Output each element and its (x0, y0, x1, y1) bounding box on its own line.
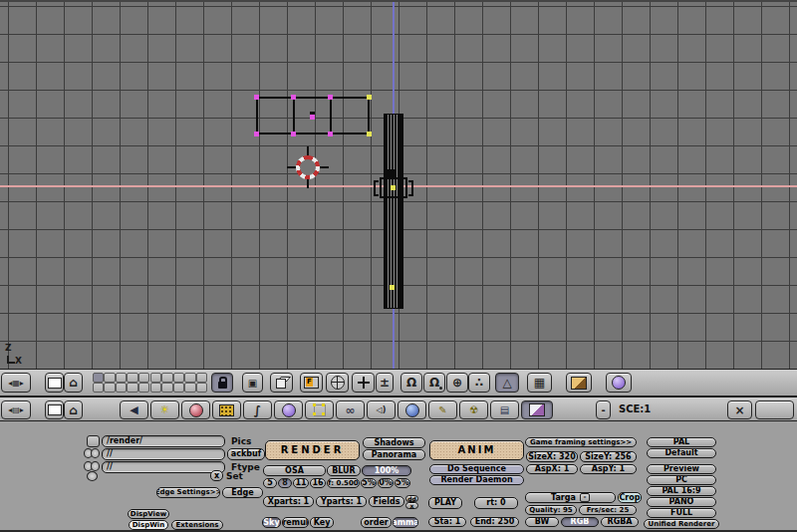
panorama-button[interactable]: Panorama (363, 449, 425, 460)
rt-field[interactable]: rt: 0 (474, 497, 518, 509)
draw-mode-button[interactable] (270, 373, 293, 393)
border-button[interactable]: order (361, 517, 392, 528)
layer-20[interactable] (196, 383, 207, 393)
scene-buttons-tab[interactable] (398, 400, 426, 419)
backbuf-path-field[interactable]: // (102, 448, 225, 460)
render-daemon-button[interactable]: Render Daemon (429, 475, 524, 485)
layer-2[interactable] (104, 373, 115, 383)
set-clear-button[interactable]: x (210, 470, 223, 481)
layer-3[interactable] (116, 373, 127, 383)
format-dropdown[interactable]: Targa - (525, 492, 616, 503)
window-type-button[interactable]: ◂▤▸ (1, 400, 31, 419)
vertex[interactable] (291, 132, 296, 136)
fullscreen-button[interactable] (45, 400, 64, 419)
shadows-button[interactable]: Shadows (363, 437, 425, 448)
lamp-buttons-tab[interactable]: ☀ (150, 400, 179, 419)
view-buttons-tab[interactable]: ◀ (120, 400, 148, 419)
edge-button[interactable]: Edge (222, 487, 263, 498)
render-size-100-button[interactable]: 100% (362, 465, 411, 476)
rgb-button[interactable]: RGB (561, 517, 599, 527)
osa-5-button[interactable]: 5 (263, 478, 277, 488)
layer-7[interactable] (161, 373, 172, 383)
aspx-field[interactable]: AspX: 1 (526, 464, 578, 474)
blur-button[interactable]: BLUR (327, 465, 361, 476)
vertex[interactable] (254, 95, 259, 100)
rotate-center-button[interactable]: Ω (423, 373, 445, 393)
end-field[interactable]: End: 250 (470, 517, 519, 527)
layer-19[interactable] (184, 383, 195, 393)
fields-odd-button[interactable]: dd (405, 495, 418, 502)
sta-field[interactable]: Sta: 1 (428, 517, 466, 527)
fields-x-button[interactable]: x (405, 502, 418, 509)
xparts-field[interactable]: Xparts: 1 (263, 496, 314, 507)
gamma-button[interactable]: amma (393, 517, 418, 528)
backbuf-toggle-2[interactable] (91, 448, 100, 458)
vertex-selected[interactable] (390, 285, 395, 290)
script-buttons-tab[interactable]: ▤ (490, 400, 519, 419)
home-button[interactable]: ⌂ (64, 400, 83, 419)
layer-14[interactable] (127, 383, 137, 393)
sizey-field[interactable]: SizeY: 256 (580, 451, 637, 462)
layer-12[interactable] (104, 383, 115, 393)
layer-5[interactable] (138, 373, 149, 383)
backbuf-button[interactable]: ackbuf (227, 448, 265, 460)
material-buttons-tab[interactable] (181, 400, 210, 419)
rgba-button[interactable]: RGBA (601, 517, 639, 527)
edge-settings-button[interactable]: Edge Settings>> (156, 487, 220, 498)
render-preview-button[interactable] (566, 373, 592, 393)
shaded-sphere-button[interactable] (326, 373, 349, 393)
home-button[interactable]: ⌂ (64, 373, 83, 393)
osa-8-button[interactable]: 8 (278, 478, 292, 488)
preset-full-button[interactable]: FULL (647, 508, 716, 518)
focal-field[interactable]: f: 0.500 (327, 478, 360, 488)
sky-button[interactable]: Sky (262, 517, 281, 528)
vertex-selected[interactable] (367, 95, 372, 100)
column-object-wireframe[interactable] (384, 114, 403, 309)
layer-4[interactable] (127, 373, 137, 383)
preset-pc-button[interactable]: PC (647, 475, 716, 485)
vertex-selected[interactable] (391, 185, 396, 190)
preset-unified-renderer-button[interactable]: Unified Renderer (644, 519, 719, 529)
sphere-display-button[interactable] (606, 373, 632, 393)
paint-buttons-tab[interactable]: ✎ (428, 400, 457, 419)
layer-8[interactable] (173, 373, 184, 383)
render-buttons-tab[interactable] (521, 400, 553, 419)
vertex[interactable] (328, 132, 333, 136)
frs-sec-field[interactable]: Frs/sec: 25 (579, 505, 637, 515)
face-select-button[interactable]: F (300, 373, 323, 393)
vertex[interactable] (291, 95, 296, 100)
constraint-buttons-tab[interactable]: ∞ (336, 400, 365, 419)
layer-17[interactable] (161, 383, 172, 393)
edge-pct-3-button[interactable]: 5% (395, 478, 410, 488)
edge-pct-1-button[interactable]: 5% (361, 478, 377, 488)
preset-preview-button[interactable]: Preview (647, 464, 716, 474)
layer-10[interactable] (196, 373, 207, 383)
layer-1[interactable] (93, 373, 104, 383)
layer-15[interactable] (138, 383, 149, 393)
preset-pal-button[interactable]: PAL (647, 437, 716, 447)
plus-minus-button[interactable]: ± (376, 373, 394, 393)
proportional-edit-button[interactable]: △ (495, 373, 519, 393)
osa-16-button[interactable]: 16 (310, 478, 326, 488)
crop-button[interactable]: Crop (618, 492, 642, 503)
translate-button[interactable] (352, 373, 375, 393)
fields-button[interactable]: Fields (369, 496, 404, 507)
grid-table-button[interactable]: ▦ (527, 373, 552, 393)
ftype-path-field[interactable]: // (102, 461, 225, 473)
edge-pct-2-button[interactable]: 0% (378, 478, 394, 488)
sound-buttons-tab[interactable]: ◁) (367, 400, 396, 419)
object-origin[interactable] (310, 115, 315, 120)
anim-ipo-buttons-tab[interactable]: ∫ (243, 400, 272, 419)
preset-pano-button[interactable]: PANO (647, 497, 716, 507)
dispview-button[interactable]: DispView (128, 509, 169, 519)
scene-delete-button[interactable]: × (727, 400, 752, 419)
fullscreen-button[interactable] (45, 373, 64, 393)
rotate-button[interactable]: Ω (400, 373, 422, 393)
scene-name-field[interactable]: SCE:1 (619, 403, 651, 414)
3d-viewport[interactable]: Z X (0, 0, 797, 369)
snap-dots-button[interactable]: ∴ (468, 373, 490, 393)
key-button[interactable]: Key (310, 517, 334, 528)
play-button[interactable]: PLAY (428, 497, 462, 509)
layer-9[interactable] (184, 373, 195, 383)
premul-button[interactable]: remul (282, 517, 309, 528)
